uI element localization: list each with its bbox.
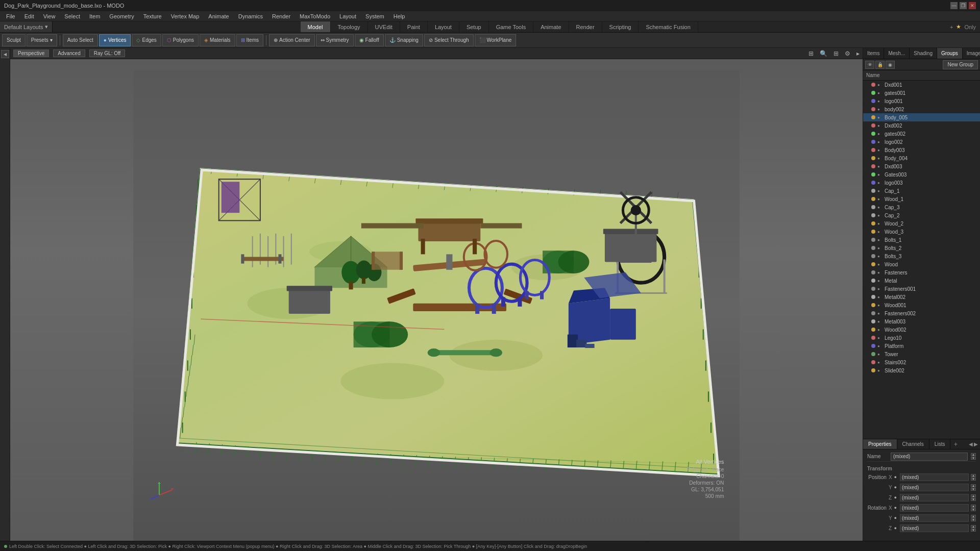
- menu-item-file[interactable]: File: [2, 13, 19, 20]
- menu-item-layout[interactable]: Layout: [335, 13, 360, 20]
- vertices-btn[interactable]: ● Vertices: [99, 34, 131, 46]
- props-tab-lists[interactable]: Lists: [929, 439, 951, 449]
- viewport[interactable]: Perspective Advanced Ray GL: Off ⊞ 🔍 ⊞ ⚙…: [10, 48, 863, 541]
- menu-item-system[interactable]: System: [361, 13, 388, 20]
- item-row[interactable]: ●Dxd002: [863, 121, 980, 130]
- pos-z-input[interactable]: [900, 494, 969, 502]
- rot-x-input[interactable]: [900, 504, 969, 512]
- menu-item-maxtomodo[interactable]: MaxToModo: [296, 13, 334, 20]
- props-tab-channels[interactable]: Channels: [897, 439, 929, 449]
- rot-z-input[interactable]: [900, 524, 969, 532]
- item-row[interactable]: ●Fasteners001: [863, 285, 980, 293]
- item-row[interactable]: ●Metal003: [863, 317, 980, 325]
- item-row[interactable]: ●Body_005: [863, 113, 980, 121]
- layout-dropdown[interactable]: Default Layouts ▾: [0, 21, 53, 32]
- item-row[interactable]: ●Wood_2: [863, 219, 980, 228]
- rot-y-input[interactable]: [900, 514, 969, 522]
- viewport-icon-expand[interactable]: ⊞: [834, 50, 839, 57]
- props-tab-properties[interactable]: Properties: [863, 439, 897, 449]
- props-collapse-icon[interactable]: ▶: [974, 441, 978, 447]
- item-row[interactable]: ●gates002: [863, 130, 980, 138]
- item-row[interactable]: ●Tower: [863, 350, 980, 358]
- item-row[interactable]: ●Cap_3: [863, 203, 980, 211]
- sculpt-btn[interactable]: Sculpt: [2, 34, 26, 46]
- pos-y-down-btn[interactable]: ▼: [971, 488, 976, 491]
- item-row[interactable]: ●Fasteners002: [863, 309, 980, 317]
- rot-y-up-btn[interactable]: ▲: [971, 515, 976, 518]
- item-row[interactable]: ●Wood001: [863, 301, 980, 309]
- item-row[interactable]: ●Wood002: [863, 325, 980, 334]
- menu-item-dynamics[interactable]: Dynamics: [234, 13, 267, 20]
- item-row[interactable]: ●Slide002: [863, 366, 980, 374]
- tab-game-tools[interactable]: Game Tools: [489, 21, 534, 32]
- menu-item-vertex-map[interactable]: Vertex Map: [167, 13, 204, 20]
- item-row[interactable]: ●Lego10: [863, 334, 980, 342]
- items-btn[interactable]: ⊞ Items: [236, 34, 263, 46]
- rot-x-down-btn[interactable]: ▼: [971, 508, 976, 511]
- menu-item-render[interactable]: Render: [268, 13, 295, 20]
- pos-x-up-btn[interactable]: ▲: [971, 474, 976, 477]
- menu-item-animate[interactable]: Animate: [204, 13, 233, 20]
- rot-y-down-btn[interactable]: ▼: [971, 518, 976, 521]
- item-row[interactable]: ●Metal002: [863, 293, 980, 301]
- item-row[interactable]: ●Metal: [863, 277, 980, 285]
- props-add-btn[interactable]: +: [951, 439, 960, 449]
- item-row[interactable]: ●Body003: [863, 146, 980, 154]
- menu-item-edit[interactable]: Edit: [20, 13, 38, 20]
- item-row[interactable]: ●Body_004: [863, 154, 980, 162]
- pos-x-input[interactable]: [900, 473, 969, 481]
- tab-setup[interactable]: Setup: [459, 21, 489, 32]
- rot-z-down-btn[interactable]: ▼: [971, 529, 976, 532]
- polygons-btn[interactable]: ⬡ Polygons: [162, 34, 199, 46]
- minimize-btn[interactable]: —: [950, 2, 958, 9]
- snapping-btn[interactable]: ⚓ Snapping: [385, 34, 423, 46]
- items-list[interactable]: ●Dxd001●gates001●logo001●body002●Body_00…: [863, 81, 980, 439]
- rpanel-tab-images[interactable]: Images: [963, 48, 980, 59]
- item-row[interactable]: ●Bolts_3: [863, 252, 980, 260]
- name-up-btn[interactable]: ▲: [971, 453, 976, 456]
- menu-item-item[interactable]: Item: [85, 13, 104, 20]
- pos-z-down-btn[interactable]: ▼: [971, 498, 976, 501]
- tab-uvedit[interactable]: UVEdit: [368, 21, 400, 32]
- action-center-btn[interactable]: ⊕ Action Center: [269, 34, 315, 46]
- rpanel-render-btn[interactable]: ◉: [886, 61, 895, 69]
- scene-3d[interactable]: All Vertices Polygons : Face Channels: 0…: [10, 59, 863, 541]
- item-row[interactable]: ●logo002: [863, 138, 980, 146]
- tab-render[interactable]: Render: [569, 21, 602, 32]
- perspective-tab[interactable]: Perspective: [13, 49, 49, 57]
- viewport-icon-grid[interactable]: ⊞: [808, 50, 814, 57]
- item-row[interactable]: ●Fasteners: [863, 268, 980, 277]
- menu-item-texture[interactable]: Texture: [139, 13, 166, 20]
- menu-item-help[interactable]: Help: [389, 13, 409, 20]
- tab-paint[interactable]: Paint: [400, 21, 428, 32]
- rpanel-lock-btn[interactable]: 🔒: [875, 61, 885, 69]
- item-row[interactable]: ●Cap_2: [863, 211, 980, 219]
- pos-y-input[interactable]: [900, 484, 969, 491]
- tab-scripting[interactable]: Scripting: [602, 21, 639, 32]
- tab-layout[interactable]: Layout: [428, 21, 459, 32]
- maximize-btn[interactable]: ❐: [960, 2, 967, 9]
- item-row[interactable]: ●Wood: [863, 260, 980, 268]
- item-row[interactable]: ●Stairs002: [863, 358, 980, 366]
- item-row[interactable]: ●Wood_1: [863, 195, 980, 203]
- tab-animate[interactable]: Animate: [533, 21, 569, 32]
- rpanel-tab-mesh---[interactable]: Mesh...: [884, 48, 910, 59]
- viewport-icon-play[interactable]: ▸: [856, 50, 860, 57]
- menu-item-geometry[interactable]: Geometry: [105, 13, 138, 20]
- materials-btn[interactable]: ◈ Materials: [200, 34, 235, 46]
- rpanel-tab-groups[interactable]: Groups: [937, 48, 963, 59]
- item-row[interactable]: ●gates001: [863, 89, 980, 97]
- tab-topology[interactable]: Topology: [331, 21, 368, 32]
- item-row[interactable]: ●logo003: [863, 179, 980, 187]
- advanced-tab[interactable]: Advanced: [53, 49, 85, 57]
- work-plane-btn[interactable]: ⬛ WorkPlane: [475, 34, 517, 46]
- rpanel-tab-items[interactable]: Items: [863, 48, 884, 59]
- new-group-btn[interactable]: New Group: [943, 60, 978, 69]
- viewport-icon-zoom[interactable]: 🔍: [820, 50, 827, 57]
- add-tab-btn[interactable]: +: [950, 24, 953, 30]
- item-row[interactable]: ●body002: [863, 105, 980, 113]
- auto-select-btn[interactable]: Auto Select: [63, 34, 98, 46]
- presets-btn[interactable]: Presets ▾: [27, 34, 57, 46]
- rpanel-tab-shading[interactable]: Shading: [910, 48, 937, 59]
- rot-x-up-btn[interactable]: ▲: [971, 505, 976, 508]
